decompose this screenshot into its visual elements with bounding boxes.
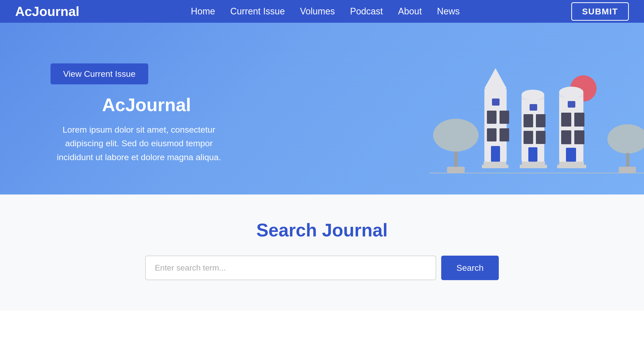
- svg-point-1: [433, 119, 479, 152]
- svg-rect-40: [561, 130, 571, 144]
- svg-rect-15: [487, 128, 497, 141]
- svg-rect-14: [500, 111, 509, 124]
- submit-button[interactable]: SUBMIT: [571, 2, 629, 21]
- svg-rect-27: [524, 131, 533, 144]
- svg-rect-32: [559, 161, 584, 165]
- nav-current-issue[interactable]: Current Issue: [230, 6, 285, 16]
- svg-marker-11: [484, 68, 507, 88]
- svg-rect-8: [484, 161, 506, 165]
- search-button[interactable]: Search: [441, 256, 499, 280]
- svg-rect-24: [530, 104, 537, 111]
- svg-rect-7: [482, 165, 508, 168]
- svg-rect-6: [619, 167, 636, 173]
- svg-rect-18: [520, 165, 547, 168]
- navbar: AcJournal Home Current Issue Volumes Pod…: [0, 0, 644, 23]
- nav-volumes[interactable]: Volumes: [300, 6, 335, 16]
- svg-rect-16: [500, 128, 509, 141]
- svg-rect-41: [574, 130, 584, 144]
- svg-rect-42: [566, 148, 576, 162]
- svg-point-4: [607, 124, 644, 154]
- search-title: Search Journal: [256, 220, 388, 240]
- svg-rect-38: [561, 113, 571, 127]
- site-logo[interactable]: AcJournal: [15, 4, 79, 19]
- search-bar: Search: [145, 256, 499, 280]
- svg-rect-3: [447, 167, 465, 173]
- svg-rect-39: [574, 113, 584, 127]
- nav-home[interactable]: Home: [191, 6, 215, 16]
- svg-rect-17: [491, 146, 500, 162]
- search-section: Search Journal Search: [0, 194, 644, 310]
- hero-section: View Current Issue AcJournal Lorem ipsum…: [0, 23, 644, 194]
- hero-description: Lorem ipsum dolor sit amet, consectetur …: [51, 123, 227, 164]
- nav-about[interactable]: About: [398, 6, 422, 16]
- svg-rect-26: [536, 114, 546, 127]
- svg-rect-19: [522, 161, 545, 165]
- nav-links: Home Current Issue Volumes Podcast About…: [191, 6, 460, 17]
- svg-point-36: [559, 87, 583, 98]
- hero-content: View Current Issue AcJournal Lorem ipsum…: [51, 53, 242, 164]
- svg-rect-37: [568, 101, 575, 108]
- view-current-issue-button[interactable]: View Current Issue: [51, 63, 148, 84]
- nav-news[interactable]: News: [437, 6, 460, 16]
- hero-illustration: [242, 23, 644, 194]
- city-illustration: [417, 48, 644, 194]
- hero-title: AcJournal: [51, 94, 242, 115]
- svg-rect-29: [528, 147, 537, 162]
- svg-rect-25: [524, 114, 533, 127]
- nav-podcast[interactable]: Podcast: [350, 6, 383, 16]
- svg-point-23: [522, 90, 544, 100]
- svg-rect-13: [487, 111, 497, 124]
- svg-rect-12: [492, 99, 500, 106]
- svg-rect-28: [536, 131, 546, 144]
- svg-rect-31: [557, 165, 586, 168]
- search-input[interactable]: [145, 256, 436, 280]
